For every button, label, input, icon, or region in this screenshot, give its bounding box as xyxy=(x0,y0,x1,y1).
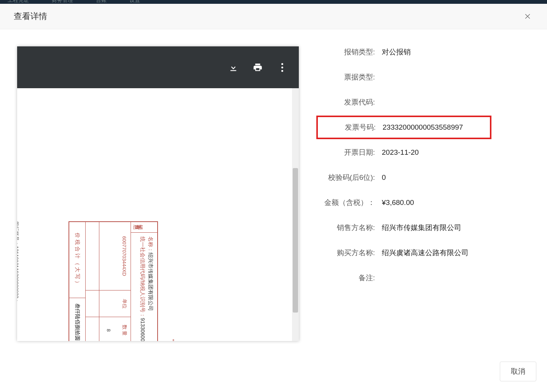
row-buyer: 购买方名称:绍兴虞诸高速公路有限公司 xyxy=(322,248,547,258)
row-bill-type: 票据类型: xyxy=(322,72,547,82)
more-button[interactable] xyxy=(277,62,287,73)
row-invoice-date: 开票日期:2023-11-20 xyxy=(322,148,547,157)
row-invoice-number-highlight: 发票号码:23332000000053558997 xyxy=(316,116,491,139)
modal-footer: 取消 xyxy=(0,355,547,392)
row-reimburse-type: 报销类型:对公报销 xyxy=(322,47,547,57)
close-icon xyxy=(524,13,531,20)
scrollbar-vertical[interactable] xyxy=(292,88,299,341)
invoice-footer: 银行账号：1211018119200088822； 页码：1 xyxy=(17,221,21,341)
invoice-document: 电子发票（普通发票） 发票号码：23332000000053558997 开票日… xyxy=(17,88,292,341)
nav-item[interactable]: 财务管理 xyxy=(52,0,73,1)
download-button[interactable] xyxy=(228,62,239,73)
invoice-table: 销售方信息 名称：绍兴市传媒集团有限公司 统一社会信用代码/纳税人识别号：913… xyxy=(69,221,158,341)
row-amount: 金额（含税）：¥3,680.00 xyxy=(322,198,547,208)
more-icon xyxy=(281,63,283,65)
detail-modal: 查看详情 电子发票（普通发票） xyxy=(0,4,547,392)
invoice-title: 电子发票（普通发票） xyxy=(173,339,211,341)
modal-title: 查看详情 xyxy=(14,11,47,22)
download-icon xyxy=(228,62,238,72)
viewer-toolbar xyxy=(17,46,299,88)
row-invoice-code: 发票代码: xyxy=(322,97,547,107)
viewer-content[interactable]: 电子发票（普通发票） 发票号码：23332000000053558997 开票日… xyxy=(17,88,299,341)
modal-body: 电子发票（普通发票） 发票号码：23332000000053558997 开票日… xyxy=(0,29,547,355)
row-check-code: 校验码(后6位):0 xyxy=(322,173,547,183)
print-button[interactable] xyxy=(252,62,263,73)
row-remark: 备注: xyxy=(322,273,547,283)
nav-item[interactable]: 台账 xyxy=(96,0,107,1)
cancel-button[interactable]: 取消 xyxy=(500,362,536,381)
modal-header: 查看详情 xyxy=(0,4,547,29)
top-nav: 工程凭证 财务管理 台账 设置 xyxy=(0,0,547,4)
nav-item[interactable]: 工程凭证 xyxy=(8,0,29,1)
seller-side-label: 销售方信息 xyxy=(131,222,157,233)
print-icon xyxy=(253,62,263,72)
scrollbar-thumb[interactable] xyxy=(293,168,298,313)
details-panel: 报销类型:对公报销 票据类型: 发票代码: 发票号码:2333200000005… xyxy=(322,46,547,355)
nav-item[interactable]: 设置 xyxy=(129,0,140,1)
pdf-viewer: 电子发票（普通发票） 发票号码：23332000000053558997 开票日… xyxy=(17,46,299,341)
row-seller: 销售方名称:绍兴市传媒集团有限公司 xyxy=(322,223,547,233)
close-button[interactable] xyxy=(522,11,533,22)
